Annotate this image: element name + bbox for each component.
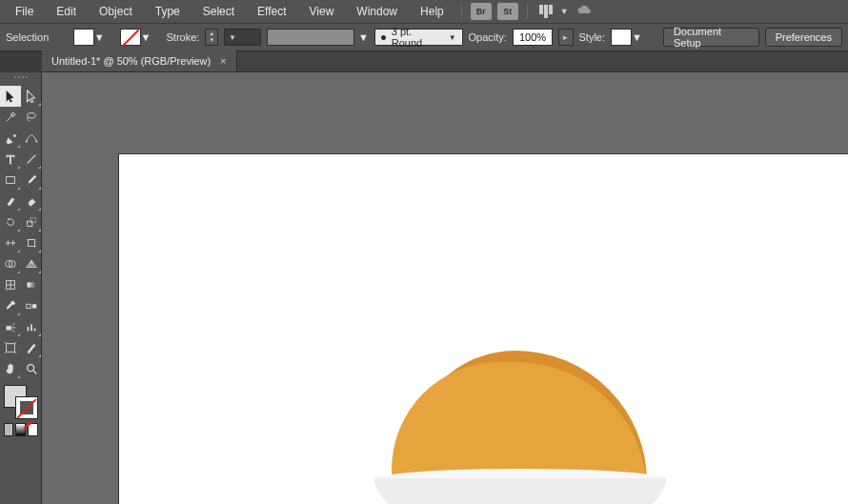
style-swatch[interactable]: ▼	[611, 29, 642, 46]
hand-tool[interactable]	[0, 358, 21, 379]
stock-icon[interactable]: St	[497, 3, 518, 20]
color-mode-solid[interactable]	[4, 423, 14, 436]
menu-select[interactable]: Select	[192, 0, 246, 23]
menu-effect[interactable]: Effect	[246, 0, 297, 23]
curvature-tool[interactable]	[21, 128, 42, 149]
line-segment-tool[interactable]	[21, 149, 42, 170]
bridge-icon[interactable]: Br	[471, 3, 492, 20]
svg-point-8	[27, 239, 29, 241]
opacity-field[interactable]: 100%	[513, 29, 553, 46]
workspace	[0, 72, 848, 504]
svg-rect-19	[33, 329, 35, 332]
type-tool[interactable]	[0, 149, 21, 170]
stroke-box[interactable]	[15, 396, 38, 419]
chevron-down-icon: ▼	[632, 31, 642, 43]
menu-edit[interactable]: Edit	[45, 0, 88, 23]
svg-rect-16	[6, 326, 10, 330]
svg-point-21	[27, 365, 33, 372]
mesh-tool[interactable]	[0, 274, 21, 295]
svg-rect-17	[27, 327, 29, 331]
menu-window[interactable]: Window	[345, 0, 409, 23]
svg-rect-7	[28, 240, 34, 247]
selection-label: Selection	[6, 31, 49, 43]
artboard[interactable]	[118, 153, 848, 504]
style-label: Style:	[579, 31, 606, 43]
opacity-label: Opacity:	[469, 31, 507, 43]
svg-rect-4	[6, 177, 14, 184]
chevron-down-icon: ▼	[449, 33, 456, 42]
tab-corner	[0, 51, 42, 72]
stroke-label: Stroke:	[167, 31, 200, 43]
svg-rect-18	[30, 324, 32, 331]
menu-type[interactable]: Type	[144, 0, 192, 23]
svg-rect-6	[30, 218, 35, 223]
close-tab-icon[interactable]: ×	[220, 55, 226, 67]
menu-object[interactable]: Object	[88, 0, 144, 23]
chevron-down-icon: ▼	[560, 7, 569, 16]
scale-tool[interactable]	[21, 212, 42, 232]
pen-tool[interactable]	[0, 128, 21, 149]
preferences-button[interactable]: Preferences	[765, 28, 842, 47]
chevron-down-icon: ▼	[94, 31, 105, 43]
document-setup-button[interactable]: Document Setup	[663, 28, 759, 47]
chevron-down-icon: ▼	[141, 31, 151, 43]
paintbrush-tool[interactable]	[21, 170, 42, 191]
chevron-down-icon: ▼	[358, 31, 369, 43]
brush-dot-icon	[381, 35, 386, 40]
artboard-tool[interactable]	[0, 337, 21, 358]
selection-tool[interactable]	[0, 86, 21, 107]
svg-line-3	[27, 155, 35, 164]
magic-wand-tool[interactable]	[0, 107, 21, 128]
sync-settings-icon[interactable]	[576, 4, 594, 20]
svg-point-0	[27, 113, 35, 118]
gradient-tool[interactable]	[21, 274, 42, 295]
menu-divider-2	[527, 4, 528, 19]
rotate-tool[interactable]	[0, 212, 21, 232]
width-tool[interactable]	[0, 232, 21, 253]
document-tab-title: Untitled-1* @ 50% (RGB/Preview)	[51, 55, 211, 67]
color-mode-buttons[interactable]	[4, 423, 38, 436]
direct-selection-tool[interactable]	[21, 86, 42, 107]
fill-swatch[interactable]: ▼	[73, 29, 105, 46]
svg-line-22	[32, 371, 36, 374]
svg-rect-13	[27, 282, 35, 287]
svg-rect-15	[31, 304, 35, 308]
svg-rect-5	[27, 221, 31, 226]
perspective-grid-tool[interactable]	[21, 253, 42, 274]
canvas-area[interactable]	[42, 72, 848, 504]
menu-bar: File Edit Object Type Select Effect View…	[0, 0, 848, 23]
document-tab-strip: Untitled-1* @ 50% (RGB/Preview) ×	[0, 51, 848, 72]
svg-point-1	[25, 140, 27, 142]
control-bar: Selection ▼ ▼ Stroke: ▲▼ ▼ ▼ 3 pt. Round…	[0, 23, 848, 51]
zoom-tool[interactable]	[21, 358, 42, 379]
menu-view[interactable]: View	[298, 0, 346, 23]
color-mode-none[interactable]	[28, 423, 38, 436]
stroke-weight-dropdown[interactable]: ▼	[224, 29, 261, 46]
lasso-tool[interactable]	[21, 107, 42, 128]
rectangle-tool[interactable]	[0, 170, 21, 191]
svg-point-2	[35, 140, 37, 142]
slice-tool[interactable]	[21, 337, 42, 358]
blend-tool[interactable]	[21, 295, 42, 316]
menu-help[interactable]: Help	[409, 0, 455, 23]
document-tab[interactable]: Untitled-1* @ 50% (RGB/Preview) ×	[42, 50, 237, 71]
stroke-swatch[interactable]: ▼	[120, 29, 151, 46]
menu-file[interactable]: File	[4, 0, 45, 23]
shape-builder-tool[interactable]	[0, 253, 21, 274]
opacity-more-button[interactable]: ▸	[558, 29, 573, 46]
eraser-tool[interactable]	[21, 191, 42, 212]
tools-panel	[0, 72, 42, 504]
fill-stroke-control[interactable]	[4, 385, 38, 419]
panel-grip-icon[interactable]	[2, 76, 40, 84]
stroke-weight-stepper[interactable]: ▲▼	[205, 29, 218, 46]
plate-shape[interactable]	[374, 478, 666, 504]
brush-definition-dropdown[interactable]: 3 pt. Round ▼	[374, 29, 463, 46]
free-transform-tool[interactable]	[21, 232, 42, 253]
variable-width-profile[interactable]	[267, 29, 354, 46]
shaper-tool[interactable]	[0, 191, 21, 212]
svg-point-9	[33, 246, 35, 248]
eyedropper-tool[interactable]	[0, 295, 21, 316]
arrange-documents-icon[interactable]	[539, 5, 553, 18]
column-graph-tool[interactable]	[21, 316, 42, 337]
symbol-sprayer-tool[interactable]	[0, 316, 21, 337]
